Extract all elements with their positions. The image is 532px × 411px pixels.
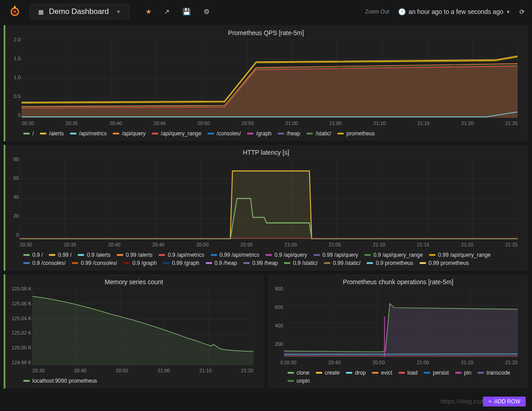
chart-area[interactable] [32,288,253,365]
top-navbar: ▦ Demo Dashboard ▼ ★ ↗ 💾 ⚙ Zoom Out 🕑 an… [0,0,532,23]
zoom-out-button[interactable]: Zoom Out [365,9,389,15]
legend-label: /api/query_range [161,130,201,137]
legend-item[interactable]: drop [346,370,366,376]
legend-item[interactable]: pin [455,370,471,376]
panel-title: Prometheus chunk operations [rate-5m] [268,274,528,286]
legend-item[interactable]: prometheus [337,130,375,137]
legend-item[interactable]: 0.9 /heap [206,260,237,266]
legend-label: 0.9 /graph [133,260,157,266]
panel-qps[interactable]: Prometheus QPS [rate-5m] 2.01.51.00.50 [4,25,528,141]
legend-item[interactable]: 0.9 /api/query [266,252,307,258]
save-icon[interactable]: 💾 [182,8,191,16]
legend-item[interactable]: localhost:9090 prometheus [23,378,97,384]
refresh-icon[interactable]: ⟳ [519,8,525,15]
legend-swatch [316,372,322,374]
legend-swatch [78,254,84,256]
legend-item[interactable]: 0.99 /api/query_range [429,252,491,258]
legend-label: 0.99 /alerts [126,252,152,258]
share-icon[interactable]: ↗ [164,8,170,16]
chart-area[interactable] [20,159,518,239]
row-handle[interactable] [4,274,5,389]
legend-label: persist [433,370,448,376]
legend-item[interactable]: 0.99 / [49,252,71,258]
legend-label: transcode [487,370,510,376]
time-range-picker[interactable]: 🕑 an hour ago to a few seconds ago ▼ [398,8,510,15]
legend-label: /consoles/ [217,130,241,137]
legend-label: drop [355,370,366,376]
legend-swatch [152,133,158,134]
legend-label: 0.99 /static/ [333,260,360,266]
legend-swatch [455,372,461,374]
legend-item[interactable]: 0.9 / [23,252,43,258]
legend-item[interactable]: create [316,370,340,376]
legend-label: load [408,370,418,376]
legend-swatch [367,262,373,264]
chart-area[interactable] [284,288,518,357]
time-range-label: an hour ago to a few seconds ago [408,8,503,15]
legend-item[interactable]: /alerts [40,130,64,137]
chart-area[interactable] [22,39,518,118]
chevron-down-icon: ▼ [116,9,121,14]
legend-item[interactable]: 0.99 /heap [244,260,278,266]
legend-swatch [23,380,30,382]
legend-item[interactable]: 0.99 /api/metrics [211,252,259,258]
legend-item[interactable]: /api/metrics [70,130,106,137]
legend-item[interactable]: clone [288,370,310,376]
legend-item[interactable]: /graph [247,130,271,137]
legend-item[interactable]: 0.9 /graph [124,260,157,266]
legend-swatch [288,372,294,374]
panel-latency[interactable]: HTTP latency [s] 806040200 20:3020:3520:… [4,145,528,271]
legend-item[interactable]: unpin [288,378,310,384]
legend-item[interactable]: /consoles/ [208,130,241,137]
legend-label: 0.99 /api/query [323,252,358,258]
add-row-button[interactable]: +ADD ROW [483,397,526,407]
legend-label: /static/ [315,130,331,137]
legend-label: 0.9 /api/metrics [168,252,204,258]
grafana-logo-icon[interactable] [7,4,22,19]
legend-item[interactable]: evict [372,370,392,376]
legend-swatch [372,372,378,374]
legend-swatch [424,372,430,374]
legend-item[interactable]: 0.9 /api/query_range [364,252,423,258]
panel-chunk[interactable]: Prometheus chunk operations [rate-5m] 80… [268,274,528,389]
legend-item[interactable]: 0.9 /static/ [284,260,318,266]
dashboard-picker[interactable]: ▦ Demo Dashboard ▼ [30,4,129,19]
legend-item[interactable]: 0.9 /alerts [78,252,111,258]
legend-label: 0.9 /heap [215,260,237,266]
legend: localhost:9090 prometheus [4,375,264,389]
x-axis: 20:3020:4020:5021:0021:1021:20 [32,368,253,373]
nav-icons: ★ ↗ 💾 ⚙ [146,8,209,16]
legend-swatch [40,133,46,134]
legend-item[interactable]: /heap [278,130,300,137]
legend-item[interactable]: /api/query [113,130,146,137]
legend-swatch [337,133,344,134]
legend-item[interactable]: 0.9 /api/metrics [159,252,204,258]
legend-item[interactable]: transcode [478,370,510,376]
legend-swatch [70,133,76,134]
legend-item[interactable]: 0.99 /alerts [117,252,152,258]
star-icon[interactable]: ★ [146,8,151,16]
row-handle[interactable] [4,25,5,141]
legend-item[interactable]: /api/query_range [152,130,201,137]
legend-item[interactable]: / [23,130,34,137]
svg-point-1 [13,10,16,13]
legend-item[interactable]: 0.99 /graph [163,260,200,266]
legend-item[interactable]: 0.9 prometheus [367,260,413,266]
panel-memory[interactable]: Memory series count 125.08 K125.06 K125.… [4,274,264,389]
legend-item[interactable]: 0.99 /static/ [324,260,360,266]
legend-item[interactable]: /static/ [306,130,331,137]
legend-label: /alerts [49,130,64,137]
row-handle[interactable] [4,145,5,271]
legend-item[interactable]: load [399,370,418,376]
legend-item[interactable]: 0.99 /consoles/ [72,260,117,266]
legend-swatch [208,133,214,134]
settings-gear-icon[interactable]: ⚙ [204,8,209,16]
legend-swatch [117,254,123,256]
legend-swatch [346,372,352,374]
legend-item[interactable]: 0.9 /consoles/ [23,260,66,266]
legend-swatch [314,254,320,256]
legend-item[interactable]: 0.99 prometheus [420,260,469,266]
legend-item[interactable]: persist [424,370,448,376]
legend-swatch [124,262,130,264]
legend-item[interactable]: 0.99 /api/query [314,252,358,258]
